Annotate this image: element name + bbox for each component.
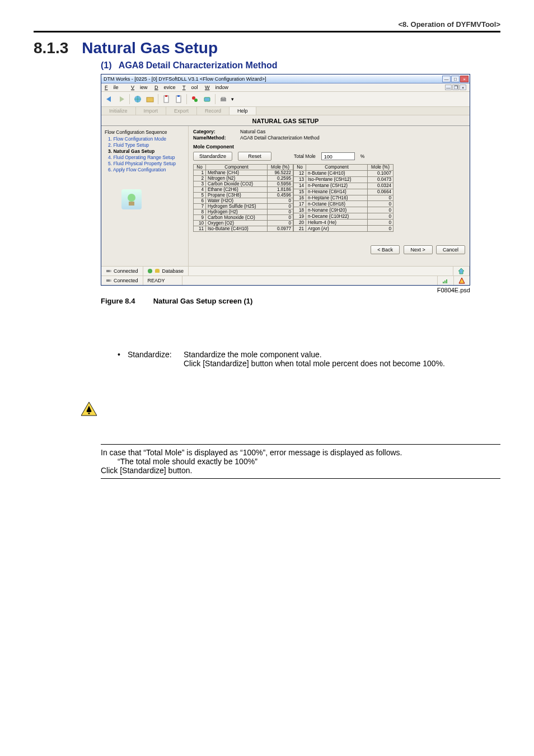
table-row: 2Nitrogen (N2)0.2595 [194, 176, 293, 181]
cell-mole[interactable]: 0.0473 [368, 176, 394, 183]
sidebar-item-5[interactable]: 5. Fluid Physical Property Setup [108, 161, 185, 166]
cell-mole[interactable]: 0.0324 [368, 183, 394, 189]
reset-button[interactable]: Reset [238, 152, 271, 161]
cell-mole[interactable]: 0 [368, 201, 394, 207]
home-icon[interactable] [458, 268, 465, 274]
namemethod-label: Name/Method: [193, 135, 240, 141]
forward-icon[interactable] [117, 95, 126, 104]
menubar: File View Device Tool Window — ❐ × [101, 83, 470, 92]
menu-view[interactable]: View [131, 85, 148, 90]
toolbar: ▾ [101, 92, 470, 107]
cell-component: n-Nonane (C9H20) [306, 207, 368, 213]
cell-mole[interactable]: 0 [368, 195, 394, 201]
window-close-button[interactable]: × [460, 76, 469, 82]
cell-no: 17 [294, 201, 306, 207]
tab-initialize[interactable]: Initialize [101, 107, 136, 115]
menu-tool[interactable]: Tool [182, 85, 198, 90]
page-header: <8. Operation of DYFMVTool> [34, 20, 500, 30]
sidebar-item-2[interactable]: 2. Fluid Type Setup [108, 142, 185, 148]
tab-record[interactable]: Record [197, 107, 229, 115]
mdi-close-button[interactable]: × [460, 85, 466, 90]
cancel-button[interactable]: Cancel [436, 245, 465, 254]
cell-mole[interactable]: 0.2595 [268, 176, 293, 181]
svg-marker-20 [458, 268, 464, 274]
tab-help[interactable]: Help [229, 107, 256, 115]
next-button[interactable]: Next > [404, 245, 433, 254]
svg-point-13 [128, 194, 135, 202]
cell-mole[interactable]: 0.4596 [268, 193, 293, 198]
subsection-title: AGA8 Detail Characterization Method [119, 60, 278, 70]
tab-import[interactable]: Import [136, 107, 167, 115]
cell-mole[interactable]: 0 [268, 209, 293, 215]
cell-component: n-Octane (C8H18) [306, 201, 368, 207]
cell-mole[interactable]: 0.5956 [268, 181, 293, 187]
cell-mole[interactable]: 0 [368, 207, 394, 213]
table-row: 12n-Butane (C4H10)0.1007 [294, 170, 394, 176]
world-icon[interactable] [133, 95, 142, 104]
sidebar-item-1[interactable]: 1. Flow Configuration Mode [108, 136, 185, 142]
cell-component: Water (H2O) [206, 198, 268, 204]
folder-icon[interactable] [146, 95, 154, 104]
cell-mole[interactable]: 0 [268, 221, 293, 226]
cell-mole[interactable]: 1.8186 [268, 187, 293, 193]
cell-mole[interactable]: 96.5222 [268, 170, 293, 176]
cell-mole[interactable]: 0 [368, 226, 394, 232]
window-minimize-button[interactable]: — [442, 76, 451, 82]
svg-rect-19 [155, 270, 160, 273]
cell-mole[interactable]: 0 [268, 204, 293, 209]
print-dropdown-icon[interactable]: ▾ [231, 96, 234, 102]
standardize-button[interactable]: Standardize [193, 152, 232, 161]
cell-no: 3 [194, 181, 206, 187]
table-row: 5Propane (C3H8)0.4596 [194, 193, 293, 198]
table-row: 17n-Octane (C8H18)0 [294, 201, 394, 207]
cell-no: 18 [294, 207, 306, 213]
window-maximize-button[interactable]: □ [451, 76, 460, 82]
cell-mole[interactable]: 0.0977 [268, 226, 293, 232]
menu-window[interactable]: Window [205, 85, 228, 90]
signal-icon [442, 277, 449, 284]
svg-rect-25 [444, 281, 446, 283]
cell-mole[interactable]: 0 [368, 220, 394, 226]
cell-no: 5 [194, 193, 206, 198]
clipboard-icon[interactable] [162, 95, 171, 104]
titlebar: DTM Works - [0225 - [0] DYFSoftDLL V3.1 … [101, 74, 470, 83]
device-icon[interactable] [203, 95, 212, 104]
header-rule [34, 31, 500, 32]
table-row: 21Argon (Ar)0 [294, 226, 394, 232]
cell-mole[interactable]: 0.0664 [368, 189, 394, 195]
mdi-minimize-button[interactable]: — [445, 85, 452, 90]
clipboard2-icon[interactable] [174, 95, 183, 104]
run-icon[interactable] [190, 95, 199, 104]
sidebar-item-4[interactable]: 4. Fluid Operating Range Setup [108, 155, 185, 160]
cell-component: Carbon Monoxide (CO) [206, 215, 268, 221]
cell-component: Ethane (C2H6) [206, 187, 268, 193]
svg-rect-21 [106, 279, 110, 282]
back-icon[interactable] [105, 95, 114, 104]
cell-no: 12 [294, 170, 306, 176]
col-mole: Mole (%) [368, 165, 394, 171]
cell-mole[interactable]: 0 [268, 215, 293, 221]
cell-mole[interactable]: 0 [268, 198, 293, 204]
table-row: 10Oxygen (O2)0 [194, 221, 293, 226]
print-icon[interactable] [219, 95, 228, 104]
table-row: 14n-Pentane (C5H12)0.0324 [294, 183, 394, 189]
cell-mole[interactable]: 0.1007 [368, 170, 394, 176]
menu-device[interactable]: Device [154, 85, 176, 90]
sidebar-item-3[interactable]: 3. Natural Gas Setup [108, 148, 185, 154]
table-row: 8Hydrogen (H2)0 [194, 209, 293, 215]
plug-icon [106, 268, 111, 274]
tab-export[interactable]: Export [166, 107, 197, 115]
table-row: 16n-Heptane (C7H16)0 [294, 195, 394, 201]
warning-icon [458, 277, 465, 284]
window-title: DTM Works - [0225 - [0] DYFSoftDLL V3.1 … [104, 76, 266, 82]
namemethod-value: AGA8 Detail Characterization Method [240, 135, 320, 141]
back-button[interactable]: < Back [371, 245, 400, 254]
svg-point-9 [194, 99, 198, 102]
mole-component-label: Mole Component [193, 144, 465, 150]
cell-mole[interactable]: 0 [368, 213, 394, 220]
mdi-restore-button[interactable]: ❐ [452, 85, 459, 90]
menu-file[interactable]: File [105, 85, 124, 90]
figure-caption: Natural Gas Setup screen (1) [153, 297, 253, 305]
cell-component: n-Hexane (C6H14) [306, 189, 368, 195]
sidebar-item-6[interactable]: 6. Apply Flow Configuration [108, 167, 185, 172]
